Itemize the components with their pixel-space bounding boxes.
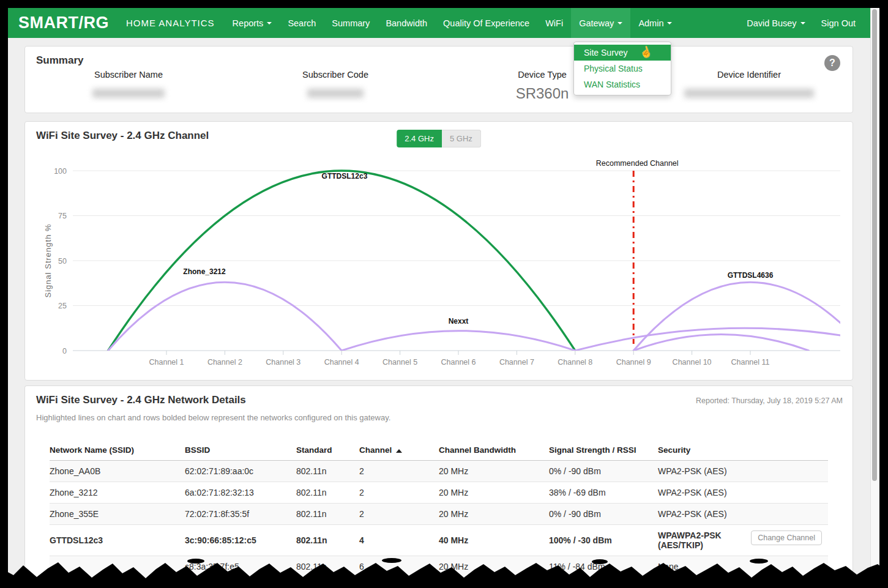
chevron-down-icon	[667, 22, 672, 24]
reported-timestamp: Reported: Thursday, July 18, 2019 5:27 A…	[696, 396, 843, 405]
cell-standard: 802.11n	[296, 461, 359, 482]
svg-text:Channel 1: Channel 1	[149, 358, 184, 367]
column-header-signal-strength-rssi[interactable]: Signal Strength / RSSI	[549, 440, 658, 461]
cell-signal: 100% / -30 dBm	[549, 525, 658, 556]
summary-panel: Summary ? Subscriber NameSubscriber Code…	[24, 46, 853, 113]
menu-item-label: WAN Statistics	[584, 80, 640, 89]
column-header-label: Channel Bandwidth	[439, 445, 516, 455]
column-header-label: Channel	[359, 445, 392, 455]
sort-ascending-icon	[396, 449, 402, 453]
table-row: Zhone_32126a:02:71:82:32:13802.11n220 MH…	[50, 482, 828, 504]
svg-text:Channel 3: Channel 3	[266, 358, 300, 367]
cell-bssid: 6a:02:71:82:32:13	[185, 482, 296, 504]
nav-item-label: Quality Of Experience	[443, 18, 529, 28]
nav-item-sign-out[interactable]: Sign Out	[813, 8, 864, 38]
cell-channel: 6	[359, 556, 439, 578]
scrollbar-thumb[interactable]	[872, 9, 877, 481]
nav-item-wifi[interactable]: WiFi	[537, 8, 571, 38]
table-row: c8:3a:35:7f:e5802.11n620 MHz11% / -84 dB…	[50, 556, 828, 578]
menu-item-site-survey[interactable]: Site Survey☝	[574, 45, 671, 61]
column-header-channel-bandwidth[interactable]: Channel Bandwidth	[439, 440, 549, 461]
svg-text:Recommended Channel: Recommended Channel	[596, 159, 679, 168]
network-details-panel: WiFi Site Survey - 2.4 GHz Network Detai…	[24, 385, 853, 588]
chevron-down-icon	[617, 22, 622, 24]
column-header-bssid[interactable]: BSSID	[185, 440, 296, 461]
svg-text:Channel 10: Channel 10	[673, 358, 712, 367]
nav-item-reports[interactable]: Reports	[225, 8, 280, 38]
nav-item-label: WiFi	[545, 18, 563, 28]
security-value: WPAWPA2-PSK (AES/TKIP)	[658, 530, 741, 550]
svg-text:GTTDSL12c3: GTTDSL12c3	[322, 172, 368, 180]
nav-right-items: David BuseySign Out	[739, 8, 864, 38]
table-body: Zhone_AA0B62:02:71:89:aa:0c802.11n220 MH…	[50, 461, 828, 578]
svg-text:100: 100	[54, 167, 67, 176]
security-value: WPA2-PSK (AES)	[658, 509, 727, 519]
redacted-value	[684, 89, 814, 98]
cell-channel: 4	[359, 525, 439, 556]
cell-bandwidth: 40 MHz	[439, 525, 549, 556]
nav-item-david-busey[interactable]: David Busey	[739, 8, 813, 38]
cell-signal: 11% / -84 dBm	[549, 556, 658, 578]
cell-security: WPA2-PSK (AES)	[658, 461, 828, 482]
cell-standard: 802.11n	[296, 556, 359, 578]
summary-fields: Subscriber NameSubscriber CodeDevice Typ…	[25, 70, 853, 101]
summary-field-label: Device Identifier	[646, 70, 853, 80]
svg-text:50: 50	[58, 257, 67, 266]
nav-item-bandwidth[interactable]: Bandwidth	[378, 8, 435, 38]
column-header-network-name-ssid[interactable]: Network Name (SSID)	[50, 440, 185, 461]
band-button-2-4-ghz[interactable]: 2.4 GHz	[397, 130, 442, 147]
help-icon[interactable]: ?	[824, 55, 840, 71]
brand-logo[interactable]: SMART/RG	[18, 13, 109, 32]
menu-item-wan-statistics[interactable]: WAN Statistics	[574, 76, 671, 92]
svg-text:Channel 4: Channel 4	[324, 358, 359, 367]
security-cell-content: WPAWPA2-PSK (AES/TKIP)Change Channel	[658, 530, 822, 550]
cell-security: WPAWPA2-PSK (AES/TKIP)Change Channel	[658, 525, 828, 556]
summary-field-device-identifier: Device Identifier	[646, 70, 853, 101]
column-header-label: BSSID	[185, 445, 210, 455]
cell-security: None	[658, 556, 828, 578]
nav-item-label: Bandwidth	[386, 18, 427, 28]
cursor-hand-icon: ☝	[638, 44, 654, 61]
redacted-value	[92, 89, 165, 98]
table-row: GTTDSL12c33c:90:66:85:12:c5802.11n440 MH…	[50, 525, 828, 556]
column-header-standard[interactable]: Standard	[296, 440, 359, 461]
column-header-security[interactable]: Security	[658, 440, 828, 461]
cell-signal: 38% / -69 dBm	[549, 482, 658, 504]
cell-bandwidth: 20 MHz	[439, 482, 549, 504]
column-header-channel[interactable]: Channel	[359, 440, 439, 461]
nav-item-quality-of-experience[interactable]: Quality Of Experience	[435, 8, 537, 38]
menu-item-label: Physical Status	[584, 64, 643, 73]
security-value: None	[658, 562, 678, 571]
band-button-5-ghz[interactable]: 5 GHz	[442, 130, 481, 147]
cell-channel: 2	[359, 482, 439, 504]
cell-bssid: c8:3a:35:7f:e5	[185, 556, 296, 578]
menu-item-physical-status[interactable]: Physical Status	[574, 61, 671, 76]
nav-item-admin[interactable]: Admin	[630, 8, 680, 38]
cell-ssid: Zhone_AA0B	[50, 461, 185, 482]
site-survey-chart-panel: WiFi Site Survey - 2.4 GHz Channel 2.4 G…	[24, 121, 853, 381]
nav-item-label: Reports	[233, 18, 264, 28]
chevron-down-icon	[267, 22, 272, 24]
band-toggle: 2.4 GHz5 GHz	[397, 130, 481, 147]
cell-ssid: Zhone_355E	[50, 504, 185, 525]
gateway-dropdown-menu: Site Survey☝Physical StatusWAN Statistic…	[573, 42, 671, 95]
table-row: Zhone_355E72:02:71:8f:35:5f802.11n220 MH…	[50, 504, 828, 525]
cell-signal: 0% / -90 dBm	[549, 504, 658, 525]
nav-items: ReportsSearchSummaryBandwidthQuality Of …	[225, 8, 681, 38]
nav-item-summary[interactable]: Summary	[324, 8, 378, 38]
cell-bandwidth: 20 MHz	[439, 461, 549, 482]
nav-item-search[interactable]: Search	[280, 8, 324, 38]
table-header-row: Network Name (SSID)BSSIDStandardChannelC…	[50, 440, 828, 461]
app-frame: { "navbar": { "brand": "SMART/RG", "prod…	[0, 0, 888, 588]
change-channel-button[interactable]: Change Channel	[751, 530, 822, 545]
nav-item-label: David Busey	[747, 18, 796, 28]
column-header-label: Security	[658, 445, 690, 455]
security-cell-content: None	[658, 562, 822, 571]
browser-viewport: SMART/RG HOME ANALYTICS ReportsSearchSum…	[8, 8, 879, 588]
scrollbar-track[interactable]	[870, 8, 879, 588]
security-value: WPA2-PSK (AES)	[658, 488, 727, 497]
column-header-label: Network Name (SSID)	[50, 445, 134, 455]
nav-item-gateway[interactable]: Gateway	[571, 8, 630, 38]
menu-item-label: Site Survey	[584, 48, 628, 58]
cell-standard: 802.11n	[296, 525, 359, 556]
